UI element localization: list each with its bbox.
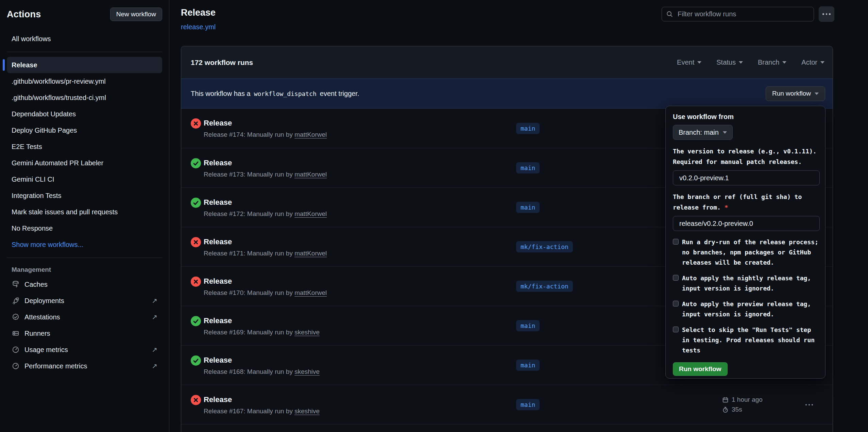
run-status-icon (191, 355, 201, 366)
dry-run-checkbox[interactable] (673, 239, 679, 245)
popup-title: Use workflow from (673, 113, 819, 121)
sidebar-item-mark-stale[interactable]: Mark stale issues and pull requests (7, 204, 162, 220)
run-actor-link[interactable]: mattKorwel (294, 289, 327, 296)
sidebar-item-gemini-cli-ci[interactable]: Gemini CLI CI (7, 171, 162, 187)
kebab-dot (826, 13, 828, 15)
branch-badge[interactable]: main (516, 162, 540, 173)
run-options-kebab-button[interactable] (805, 404, 833, 405)
dry-run-checkbox-label[interactable]: Run a dry-run of the release process; no… (682, 237, 819, 268)
filter-workflow-runs-input[interactable] (662, 7, 814, 21)
branch-badge[interactable]: main (516, 123, 540, 134)
run-description: Release #167: Manually run by skeshive (204, 408, 320, 415)
run-workflow-dropdown-button[interactable]: Run workflow (766, 86, 825, 101)
nightly-tag-checkbox[interactable] (673, 275, 679, 281)
sidebar-item-label: Caches (24, 281, 48, 288)
run-title-link[interactable]: Release (204, 118, 327, 128)
run-actor-link[interactable]: skeshive (294, 368, 320, 375)
branch-badge[interactable]: main (516, 320, 540, 331)
skip-tests-checkbox-label[interactable]: Select to skip the "Run Tests" step in t… (682, 325, 819, 355)
branch-badge[interactable]: mk/fix-action (516, 241, 573, 252)
run-actor-link[interactable]: mattKorwel (294, 250, 327, 257)
sidebar-item-integration-tests[interactable]: Integration Tests (7, 187, 162, 204)
sidebar-item-deploy-pages[interactable]: Deploy GitHub Pages (7, 122, 162, 138)
sidebar-item-release[interactable]: Release (7, 57, 162, 73)
branch-badge[interactable]: main (516, 399, 540, 410)
run-description: Release #169: Manually run by skeshive (204, 329, 320, 336)
sidebar-item-no-response[interactable]: No Response (7, 220, 162, 236)
run-title-link[interactable]: Release (204, 276, 327, 286)
required-asterisk: * (725, 204, 728, 211)
branch-badge[interactable]: main (516, 360, 540, 371)
sidebar-item-gemini-pr-labeler[interactable]: Gemini Automated PR Labeler (7, 155, 162, 171)
status-filter-dropdown[interactable]: Status (716, 59, 743, 66)
event-filter-dropdown[interactable]: Event (677, 59, 701, 66)
chevron-down-icon (820, 61, 824, 64)
nightly-tag-checkbox-label[interactable]: Auto apply the nightly release tag, inpu… (682, 273, 819, 294)
chevron-down-icon (739, 61, 743, 64)
run-status-icon (191, 198, 201, 208)
new-workflow-button[interactable]: New workflow (110, 7, 162, 21)
run-status-icon (191, 277, 201, 287)
ref-input[interactable] (673, 216, 820, 231)
sidebar-item-trusted-ci[interactable]: .github/workflows/trusted-ci.yml (7, 89, 162, 106)
kebab-dot (809, 404, 810, 405)
sidebar-item-dependabot-updates[interactable]: Dependabot Updates (7, 106, 162, 122)
run-started-time: 1 hour ago (732, 396, 763, 403)
run-title-link[interactable]: Release (204, 237, 327, 247)
checkbox-row-skip-tests: Select to skip the "Run Tests" step in t… (673, 325, 819, 355)
sidebar-title: Actions (7, 9, 41, 20)
run-description: Release #171: Manually run by mattKorwel (204, 250, 327, 257)
run-title-link[interactable]: Release (204, 395, 320, 405)
run-title-link[interactable]: Release (204, 158, 327, 168)
run-actor-link[interactable]: skeshive (294, 408, 320, 415)
run-title-link[interactable]: Release (204, 197, 327, 207)
run-description: Release #168: Manually run by skeshive (204, 368, 320, 376)
branch-badge[interactable]: main (516, 202, 540, 213)
ref-input-label: The branch or ref (full git sha) to rele… (673, 192, 822, 213)
run-actor-link[interactable]: mattKorwel (294, 171, 327, 178)
branch-select-button[interactable]: Branch: main (673, 125, 733, 140)
actions-sidebar: Actions New workflow All workflows Relea… (0, 0, 169, 432)
run-workflow-submit-button[interactable]: Run workflow (673, 362, 728, 376)
divider (7, 257, 162, 258)
chevron-down-icon (697, 61, 701, 64)
actor-filter-dropdown[interactable]: Actor (801, 59, 824, 66)
run-actor-link[interactable]: mattKorwel (294, 210, 327, 217)
banner-code-token: workflow_dispatch (254, 90, 317, 97)
preview-tag-checkbox[interactable] (673, 301, 679, 306)
branch-badge[interactable]: mk/fix-action (516, 281, 573, 292)
sidebar-item-runners[interactable]: Runners (7, 325, 162, 342)
version-input[interactable] (673, 170, 820, 185)
runs-count: 172 workflow runs (191, 59, 253, 67)
divider (7, 52, 162, 52)
run-workflow-popup: Use workflow from Branch: main The versi… (665, 106, 826, 379)
sidebar-item-e2e-tests[interactable]: E2E Tests (7, 138, 162, 155)
runs-panel-header: 172 workflow runs Event Status Branch Ac… (181, 46, 833, 79)
sidebar-item-caches[interactable]: Caches (7, 276, 162, 293)
run-actor-link[interactable]: skeshive (294, 329, 320, 336)
workflow-run-row[interactable]: Release Release #167: Manually run by sk… (181, 385, 833, 424)
run-title-link[interactable]: Release (204, 355, 320, 365)
sidebar-item-label: Attestations (24, 313, 60, 321)
search-icon (666, 11, 673, 19)
sidebar-item-label: Deployments (24, 297, 64, 305)
workflow-options-kebab-button[interactable] (819, 6, 834, 22)
run-title-link[interactable]: Release (204, 316, 320, 326)
external-link-icon: ↗ (152, 346, 157, 354)
preview-tag-checkbox-label[interactable]: Auto apply the preview release tag, inpu… (682, 299, 819, 319)
sidebar-item-pr-review[interactable]: .github/workflows/pr-review.yml (7, 73, 162, 89)
database-icon (12, 280, 20, 288)
run-actor-link[interactable]: mattKorwel (294, 131, 327, 138)
sidebar-item-performance-metrics[interactable]: Performance metrics ↗ (7, 358, 162, 374)
sidebar-item-deployments[interactable]: Deployments ↗ (7, 293, 162, 309)
show-more-workflows-link[interactable]: Show more workflows... (7, 236, 162, 253)
external-link-icon: ↗ (152, 297, 157, 305)
skip-tests-checkbox[interactable] (673, 327, 679, 332)
sidebar-item-attestations[interactable]: Attestations ↗ (7, 309, 162, 325)
workflow-file-link[interactable]: release.yml (181, 23, 216, 31)
run-description: Release #174: Manually run by mattKorwel (204, 131, 327, 138)
sidebar-item-all-workflows[interactable]: All workflows (7, 31, 162, 47)
sidebar-item-usage-metrics[interactable]: Usage metrics ↗ (7, 342, 162, 358)
branch-filter-dropdown[interactable]: Branch (758, 59, 786, 66)
kebab-dot (812, 404, 813, 405)
